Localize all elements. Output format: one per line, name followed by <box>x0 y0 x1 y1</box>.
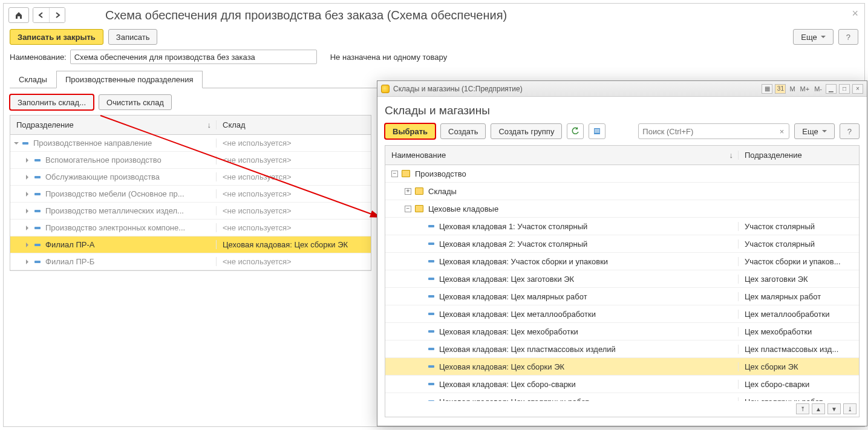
tab-warehouses[interactable]: Склады <box>10 71 56 88</box>
name-field-row: Наименование: Схема обеспечения для прои… <box>4 47 864 67</box>
nav-back-button[interactable] <box>33 8 49 22</box>
list-row[interactable]: −Цеховые кладовые <box>385 200 859 218</box>
svg-rect-4 <box>595 132 599 132</box>
sort-indicator-icon[interactable]: ↓ <box>207 120 212 129</box>
list-row[interactable]: Цеховая кладовая 2: Участок столярныйУча… <box>385 235 859 253</box>
clear-warehouse-button[interactable]: Очистить склад <box>99 94 172 110</box>
list-row[interactable]: Цеховая кладовая: Цех пластмассовых изде… <box>385 340 859 358</box>
list-row[interactable]: Цеховая кладовая: Цех сборо-сваркиЦех сб… <box>385 376 859 393</box>
calc-icon[interactable]: ▦ <box>762 84 772 94</box>
create-button[interactable]: Создать <box>440 123 486 139</box>
minimize-icon[interactable]: ▁ <box>826 84 837 94</box>
tree-row[interactable]: Производственное направление<не использу… <box>10 135 371 152</box>
search-input[interactable]: × <box>638 123 789 139</box>
row-name: Цеховая кладовая: Цех заготовки ЭК <box>439 275 574 284</box>
home-button[interactable] <box>8 7 29 23</box>
list-row[interactable]: Цеховая кладовая: Цех мехобработкиЦех ме… <box>385 323 859 340</box>
tree-row[interactable]: Вспомогательное производство<не использу… <box>10 152 371 169</box>
mem-m[interactable]: M <box>788 85 796 93</box>
scroll-bottom-icon[interactable]: ⤓ <box>843 403 857 414</box>
popup-sort-icon[interactable]: ↓ <box>729 151 734 160</box>
folder-icon <box>415 187 423 195</box>
row-name: Цеховая кладовая: Цех сборо-сварки <box>439 380 576 389</box>
row-name: Склады <box>428 187 457 196</box>
maximize-icon[interactable]: □ <box>839 84 850 94</box>
tree-row-warehouse: <не используется> <box>216 155 371 165</box>
item-icon <box>428 260 434 262</box>
expand-icon[interactable]: + <box>405 188 411 195</box>
expand-icon[interactable] <box>26 209 31 213</box>
folder-icon <box>402 170 410 177</box>
collapse-icon[interactable]: − <box>391 171 398 177</box>
expand-icon[interactable] <box>26 259 31 264</box>
list-row[interactable]: Цеховая кладовая: Цех металлообработкиЦе… <box>385 305 859 323</box>
search-field[interactable] <box>641 126 777 137</box>
help-button[interactable] <box>838 29 858 45</box>
tree-row[interactable]: Производство металлических издел...<не и… <box>10 203 371 220</box>
popup-more-button[interactable]: Еще <box>794 123 834 139</box>
list-row[interactable]: Цеховая кладовая 1: Участок столярныйУча… <box>385 218 859 235</box>
popup-titlebar[interactable]: Склады и магазины (1С:Предприятие) ▦ 31 … <box>377 81 867 97</box>
popup-close-icon[interactable]: × <box>852 84 863 94</box>
tree-row-label: Филиал ПР-Б <box>45 257 94 266</box>
list-row[interactable]: Цеховая кладовая: Цех столярных работЦех… <box>385 393 859 401</box>
nav-forward-button[interactable] <box>49 8 65 22</box>
list-row[interactable]: −Производство <box>385 165 859 183</box>
close-icon[interactable]: × <box>852 7 858 20</box>
col-wh-header[interactable]: Склад <box>223 120 246 129</box>
tree-row[interactable]: Филиал ПР-Б<не используется> <box>10 253 371 270</box>
more-button[interactable]: Еще <box>793 29 833 45</box>
list-mode-icon[interactable] <box>589 123 605 139</box>
col-dept-header[interactable]: Подразделение <box>16 120 74 129</box>
svg-rect-3 <box>595 131 599 131</box>
row-dept: Цех заготовки ЭК <box>738 275 859 284</box>
save-button[interactable]: Записать <box>108 29 158 45</box>
nav-bar: Схема обеспечения для производства без з… <box>4 4 864 27</box>
fill-warehouse-button[interactable]: Заполнить склад... <box>10 94 94 110</box>
search-clear-icon[interactable]: × <box>777 127 787 136</box>
list-row[interactable]: Цеховая кладовая: Цех малярных работЦех … <box>385 288 859 305</box>
tree-row-label: Филиал ПР-А <box>45 240 94 249</box>
tab-departments[interactable]: Производственные подразделения <box>56 71 203 88</box>
row-dept: Цех пластмассовых изд... <box>738 345 859 354</box>
collapse-icon[interactable]: − <box>405 206 411 212</box>
list-row[interactable]: +Склады <box>385 183 859 200</box>
mem-mplus[interactable]: M+ <box>799 85 811 93</box>
expand-icon[interactable] <box>26 175 31 180</box>
popup-col-dept[interactable]: Подразделение <box>745 151 802 160</box>
row-dept: Цех мехобработки <box>738 327 859 336</box>
list-row[interactable]: Цеховая кладовая: Цех сборки ЭКЦех сборк… <box>385 358 859 376</box>
create-group-button[interactable]: Создать группу <box>491 123 562 139</box>
select-button[interactable]: Выбрать <box>385 123 436 139</box>
list-row[interactable]: Цеховая кладовая: Участок сборки и упако… <box>385 253 859 270</box>
name-input[interactable]: Схема обеспечения для производства без з… <box>70 50 317 64</box>
row-name: Цеховая кладовая: Цех пластмассовых изде… <box>439 345 616 354</box>
mem-mminus[interactable]: M- <box>813 85 823 93</box>
expand-icon[interactable] <box>26 158 31 163</box>
save-close-button[interactable]: Записать и закрыть <box>10 29 103 45</box>
tree-row[interactable]: Производство электронных компоне...<не и… <box>10 220 371 236</box>
expand-icon[interactable] <box>26 243 31 247</box>
popup-col-name[interactable]: Наименование <box>391 151 446 160</box>
tree-row[interactable]: Филиал ПР-АЦеховая кладовая: Цех сборки … <box>10 236 371 253</box>
expand-icon[interactable] <box>26 192 31 197</box>
tree-row-warehouse: Цеховая кладовая: Цех сборки ЭК <box>216 240 371 249</box>
list-row[interactable]: Цеховая кладовая: Цех заготовки ЭКЦех за… <box>385 270 859 288</box>
item-icon <box>428 383 434 385</box>
tree-row[interactable]: Производство мебели (Основное пр...<не и… <box>10 186 371 203</box>
node-icon <box>34 159 41 161</box>
calendar-icon[interactable]: 31 <box>775 84 786 94</box>
item-icon <box>428 313 434 315</box>
assignment-note: Не назначена ни одному товару <box>330 53 447 62</box>
scroll-up-icon[interactable]: ▲ <box>812 403 825 414</box>
expand-icon[interactable] <box>26 226 31 230</box>
tree-row-label: Обслуживающие производства <box>45 172 160 181</box>
popup-help-button[interactable] <box>840 123 860 139</box>
scroll-down-icon[interactable]: ▼ <box>827 403 841 414</box>
tree-row[interactable]: Обслуживающие производства<не использует… <box>10 169 371 186</box>
row-name: Цеховая кладовая: Цех сборки ЭК <box>439 362 564 371</box>
collapse-icon[interactable] <box>14 142 19 147</box>
tree-row-warehouse: <не используется> <box>216 189 371 198</box>
scroll-top-icon[interactable]: ⤒ <box>796 403 809 414</box>
refresh-icon[interactable] <box>567 123 584 139</box>
